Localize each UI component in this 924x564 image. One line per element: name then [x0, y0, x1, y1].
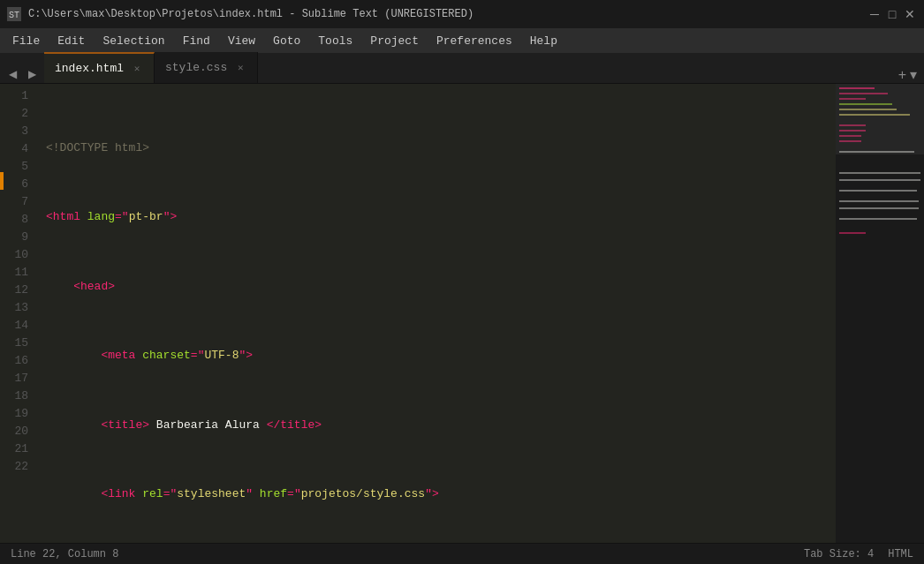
- code-line-3: <head>: [46, 278, 829, 296]
- title-bar: ST C:\Users\max\Desktop\Projetos\index.h…: [0, 0, 924, 28]
- tab-style-css[interactable]: style.css ✕: [155, 52, 258, 83]
- svg-rect-16: [839, 190, 917, 192]
- close-button[interactable]: ✕: [903, 7, 917, 21]
- code-editor[interactable]: <!DOCTYPE html> <html lang="pt-br"> <hea…: [39, 84, 836, 543]
- svg-rect-15: [839, 179, 920, 181]
- line-num-18: 18: [4, 387, 39, 405]
- line-num-8: 8: [4, 211, 39, 229]
- line-num-11: 11: [4, 264, 39, 282]
- code-text: <head>: [46, 278, 115, 296]
- new-tab-button[interactable]: +: [898, 67, 906, 83]
- menu-goto[interactable]: Goto: [264, 31, 309, 51]
- menu-tools[interactable]: Tools: [309, 31, 361, 51]
- line-num-4: 4: [4, 140, 39, 158]
- line-num-10: 10: [4, 246, 39, 264]
- window-controls: ─ □ ✕: [867, 7, 917, 21]
- svg-rect-17: [839, 200, 919, 202]
- code-text: <!DOCTYPE html>: [46, 139, 149, 157]
- code-line-6: <link rel="stylesheet" href="projetos/st…: [46, 485, 829, 503]
- minimap: [836, 84, 924, 543]
- code-line-1: <!DOCTYPE html>: [46, 139, 829, 157]
- line-num-21: 21: [4, 440, 39, 458]
- tab-bar: ◀ ▶ index.html ✕ style.css ✕ + ▾: [0, 53, 924, 84]
- line-num-5: 5: [4, 158, 39, 176]
- tab-size-indicator[interactable]: Tab Size: 4: [804, 548, 874, 560]
- menu-bar: File Edit Selection Find View Goto Tools…: [0, 28, 924, 53]
- line-num-9: 9: [4, 229, 39, 246]
- menu-view[interactable]: View: [219, 31, 264, 51]
- svg-rect-18: [839, 207, 919, 209]
- menu-edit[interactable]: Edit: [49, 31, 94, 51]
- code-text: <html: [46, 208, 87, 226]
- line-num-13: 13: [4, 299, 39, 317]
- tab-close-index[interactable]: ✕: [131, 63, 143, 75]
- line-num-19: 19: [4, 405, 39, 423]
- minimap-visual: [836, 84, 924, 543]
- svg-rect-21: [836, 84, 924, 154]
- line-num-12: 12: [4, 282, 39, 299]
- line-num-2: 2: [4, 105, 39, 123]
- tab-list-button[interactable]: ▾: [910, 66, 917, 83]
- cursor-position: Line 22, Column 8: [11, 548, 797, 560]
- menu-file[interactable]: File: [4, 31, 49, 51]
- svg-text:ST: ST: [9, 11, 19, 20]
- minimize-button[interactable]: ─: [867, 7, 882, 21]
- menu-preferences[interactable]: Preferences: [428, 31, 521, 51]
- tab-index-html[interactable]: index.html ✕: [44, 52, 155, 83]
- code-line-2: <html lang="pt-br">: [46, 208, 829, 226]
- tab-prev-button[interactable]: ◀: [4, 65, 21, 83]
- line-num-15: 15: [4, 335, 39, 352]
- line-num-6: 6: [4, 176, 39, 193]
- window-title: C:\Users\max\Desktop\Projetos\index.html…: [28, 8, 860, 20]
- status-bar: Line 22, Column 8 Tab Size: 4 HTML: [0, 543, 924, 564]
- menu-selection[interactable]: Selection: [94, 31, 173, 51]
- line-num-3: 3: [4, 123, 39, 140]
- tab-close-style[interactable]: ✕: [234, 62, 246, 74]
- svg-rect-19: [839, 218, 917, 220]
- line-num-7: 7: [4, 193, 39, 211]
- maximize-button[interactable]: □: [885, 7, 899, 21]
- app-icon: ST: [7, 7, 21, 21]
- tab-label: index.html: [55, 62, 124, 75]
- line-num-17: 17: [4, 370, 39, 387]
- editor-area: 1 2 3 4 5 6 7 8 9 10 11 12 13 14 15 16 1…: [0, 84, 924, 543]
- status-right: Tab Size: 4 HTML: [804, 548, 913, 560]
- code-line-5: <title> Barbearia Alura </title>: [46, 417, 829, 434]
- line-numbers: 1 2 3 4 5 6 7 8 9 10 11 12 13 14 15 16 1…: [4, 84, 39, 543]
- tab-navigation: ◀ ▶: [0, 65, 44, 83]
- menu-find[interactable]: Find: [174, 31, 219, 51]
- line-num-16: 16: [4, 352, 39, 370]
- language-indicator[interactable]: HTML: [888, 548, 913, 560]
- line-num-22: 22: [4, 458, 39, 476]
- tab-next-button[interactable]: ▶: [23, 65, 41, 83]
- svg-rect-14: [839, 172, 920, 174]
- tab-bar-actions: + ▾: [891, 66, 924, 83]
- tab-label: style.css: [165, 61, 227, 74]
- line-num-14: 14: [4, 317, 39, 335]
- svg-rect-20: [839, 232, 866, 234]
- menu-project[interactable]: Project: [361, 31, 428, 51]
- line-num-20: 20: [4, 423, 39, 440]
- line-num-1: 1: [4, 87, 39, 105]
- code-line-4: <meta charset="UTF-8">: [46, 347, 829, 365]
- menu-help[interactable]: Help: [521, 31, 566, 51]
